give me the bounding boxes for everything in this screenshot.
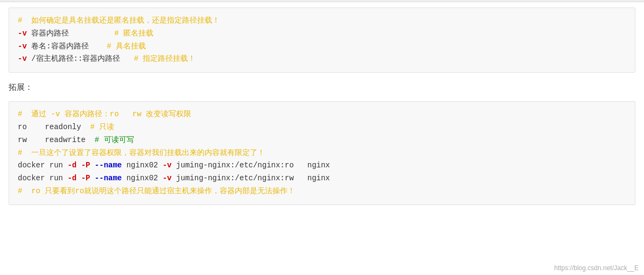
section-label: 拓展： (0, 78, 644, 96)
code-block-2: # 通过 -v 容器内路径：ro rw 改变读写权限ro readonly # … (9, 101, 635, 205)
top-border (0, 0, 644, 2)
page-wrapper: # 如何确定是具名挂载还是匿名挂载，还是指定路径挂载！-v 容器内路径 # 匿名… (0, 0, 644, 275)
watermark: https://blog.csdn.net/Jack__E (554, 264, 639, 272)
code-block-1: # 如何确定是具名挂载还是匿名挂载，还是指定路径挂载！-v 容器内路径 # 匿名… (9, 8, 635, 73)
